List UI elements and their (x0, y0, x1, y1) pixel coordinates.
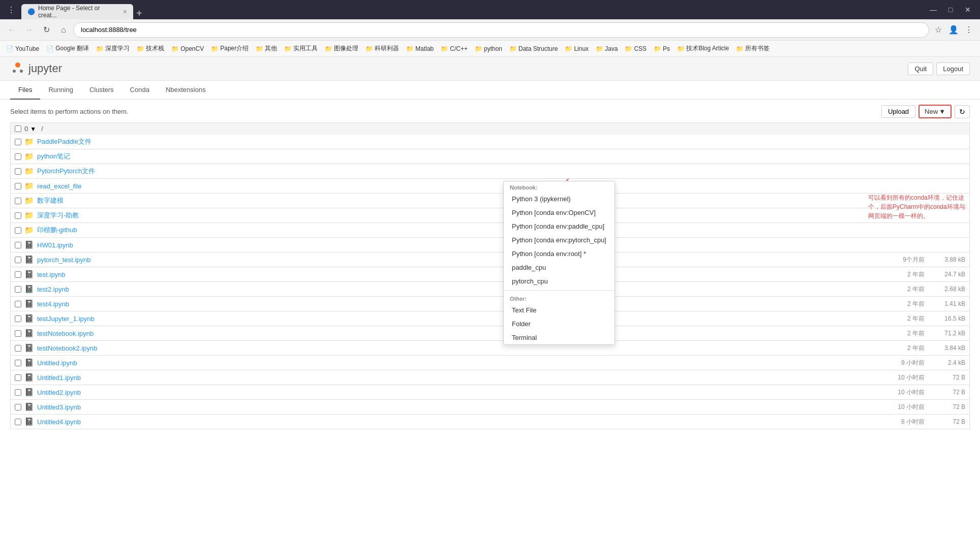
file-name-0[interactable]: PaddlePaddle文件 (37, 137, 962, 146)
file-checkbox-8[interactable] (15, 257, 21, 263)
file-checkbox-2[interactable] (15, 168, 21, 175)
bookmark-item-11[interactable]: 📁C/C++ (438, 44, 471, 54)
file-checkbox-18[interactable] (15, 404, 21, 410)
bookmark-item-4[interactable]: 📁OpenCV (168, 44, 207, 54)
bookmark-item-1[interactable]: 📄Google 翻译 (43, 43, 92, 54)
file-name-17[interactable]: Untitled2.ipynb (37, 389, 891, 396)
forward-btn[interactable]: → (21, 22, 37, 38)
file-checkbox-10[interactable] (15, 286, 21, 293)
dropdown-notebook-item-2[interactable]: Python [conda env:paddle_cpu] (504, 219, 615, 233)
file-name-11[interactable]: test4.ipynb (37, 300, 891, 308)
file-checkbox-19[interactable] (15, 419, 21, 425)
dropdown-notebook-item-6[interactable]: pytorch_cpu (504, 274, 615, 288)
file-checkbox-6[interactable] (15, 227, 21, 234)
file-checkbox-5[interactable] (15, 212, 21, 219)
tab-running[interactable]: Running (40, 81, 81, 100)
bookmark-item-18[interactable]: 📁技术Blog Article (674, 43, 732, 54)
bookmark-item-16[interactable]: 📁CSS (622, 44, 650, 54)
refresh-btn[interactable]: ↻ (955, 105, 970, 118)
bookmark-item-17[interactable]: 📁Ps (651, 44, 673, 54)
home-btn[interactable]: ⌂ (56, 22, 71, 38)
new-btn[interactable]: New ▼ (918, 105, 952, 118)
dropdown-notebook-item-1[interactable]: Python [conda env:OpenCV] (504, 206, 615, 219)
file-name-15[interactable]: Untitled.ipynb (37, 359, 891, 367)
upload-btn[interactable]: Upload (881, 105, 915, 118)
file-checkbox-3[interactable] (15, 183, 21, 189)
file-name-18[interactable]: Untitled3.ipynb (37, 403, 891, 411)
active-tab[interactable]: 🔵 Home Page - Select or creat... × (21, 4, 133, 19)
file-checkbox-17[interactable] (15, 389, 21, 396)
file-name-12[interactable]: testJupyter_1.ipynb (37, 315, 891, 323)
file-checkbox-0[interactable] (15, 139, 21, 145)
dropdown-other-item-0[interactable]: Text File (504, 303, 615, 317)
dropdown-other-item-2[interactable]: Terminal (504, 331, 615, 344)
file-name-19[interactable]: Untitled4.ipynb (37, 418, 891, 426)
bookmark-item-5[interactable]: 📁Paper介绍 (208, 43, 252, 54)
file-name-1[interactable]: python笔记 (37, 152, 962, 161)
bookmark-item-19[interactable]: 📁所有书签 (733, 43, 773, 54)
bookmark-item-2[interactable]: 📁深度学习 (93, 43, 133, 54)
bookmark-item-6[interactable]: 📁其他 (253, 43, 280, 54)
file-name-6[interactable]: 印楷鹏-github (37, 226, 962, 235)
file-checkbox-14[interactable] (15, 345, 21, 352)
file-name-5[interactable]: 深度学习-助教 (37, 211, 962, 220)
file-name-2[interactable]: PytorchPytorch文件 (37, 167, 962, 176)
bookmark-item-7[interactable]: 📁实用工具 (281, 43, 321, 54)
back-btn[interactable]: ← (4, 22, 19, 38)
file-name-7[interactable]: HW01.ipynb (37, 241, 962, 249)
dropdown-notebook-item-4[interactable]: Python [conda env:root] * (504, 247, 615, 261)
file-name-3[interactable]: read_excel_file (37, 182, 962, 190)
logout-btn[interactable]: Logout (936, 62, 970, 75)
file-checkbox-1[interactable] (15, 153, 21, 160)
dropdown-other-item-1[interactable]: Folder (504, 317, 615, 331)
file-checkbox-13[interactable] (15, 330, 21, 337)
bookmark-star-icon[interactable]: ☆ (931, 23, 945, 37)
file-meta-8: 9个月前 3.88 kB (894, 256, 965, 264)
bookmark-item-12[interactable]: 📁python (472, 44, 505, 54)
bookmark-item-15[interactable]: 📁Java (593, 44, 621, 54)
bookmark-item-8[interactable]: 📁图像处理 (322, 43, 361, 54)
tab-close-btn[interactable]: × (123, 8, 127, 16)
file-name-8[interactable]: pytorch_test.ipynb (37, 256, 891, 264)
maximize-btn[interactable]: □ (942, 3, 959, 17)
reload-btn[interactable]: ↻ (39, 22, 54, 38)
file-name-14[interactable]: testNotebook2.ipynb (37, 344, 891, 352)
file-name-16[interactable]: Untitled1.ipynb (37, 374, 891, 382)
tab-nbextensions[interactable]: Nbextensions (158, 81, 214, 100)
file-name-4[interactable]: 数字建模 (37, 196, 962, 205)
file-checkbox-12[interactable] (15, 315, 21, 322)
minimize-btn[interactable]: — (925, 3, 941, 17)
dropdown-notebook-item-0[interactable]: Python 3 (ipykernel) (504, 192, 615, 206)
dropdown-notebook-item-5[interactable]: paddle_cpu (504, 261, 615, 274)
extensions-btn[interactable]: ⋮ (4, 3, 18, 17)
new-tab-btn[interactable]: + (133, 8, 145, 19)
bookmark-item-10[interactable]: 📁Matlab (403, 44, 437, 54)
tab-clusters[interactable]: Clusters (81, 81, 122, 100)
file-checkbox-16[interactable] (15, 374, 21, 381)
bookmark-item-3[interactable]: 📁技术栈 (134, 43, 167, 54)
tab-files[interactable]: Files (10, 81, 40, 100)
bookmark-label-10: Matlab (415, 45, 434, 52)
close-btn[interactable]: ✕ (960, 3, 976, 17)
file-checkbox-11[interactable] (15, 301, 21, 307)
file-checkbox-4[interactable] (15, 198, 21, 204)
tab-conda[interactable]: Conda (122, 81, 158, 100)
bookmark-icon-1: 📄 (46, 45, 54, 52)
url-input[interactable] (73, 22, 929, 38)
file-name-13[interactable]: testNotebook.ipynb (37, 330, 891, 337)
quit-btn[interactable]: Quit (908, 62, 933, 75)
file-checkbox-9[interactable] (15, 271, 21, 278)
select-all-checkbox[interactable] (15, 125, 21, 132)
dropdown-notebook-item-3[interactable]: Python [conda env:pytorch_cpu] (504, 233, 615, 247)
bookmark-item-13[interactable]: 📁Data Structure (506, 44, 561, 54)
sort-btn[interactable]: ▼ (28, 125, 38, 133)
file-name-9[interactable]: test.ipynb (37, 271, 891, 278)
menu-icon[interactable]: ⋮ (962, 23, 976, 37)
file-name-10[interactable]: test2.ipynb (37, 286, 891, 293)
profile-icon[interactable]: 👤 (946, 23, 961, 37)
bookmark-item-9[interactable]: 📁科研利器 (362, 43, 402, 54)
bookmark-item-0[interactable]: 📄YouTube (3, 44, 42, 54)
file-checkbox-7[interactable] (15, 242, 21, 248)
file-checkbox-15[interactable] (15, 360, 21, 366)
bookmark-item-14[interactable]: 📁Linux (562, 44, 592, 54)
